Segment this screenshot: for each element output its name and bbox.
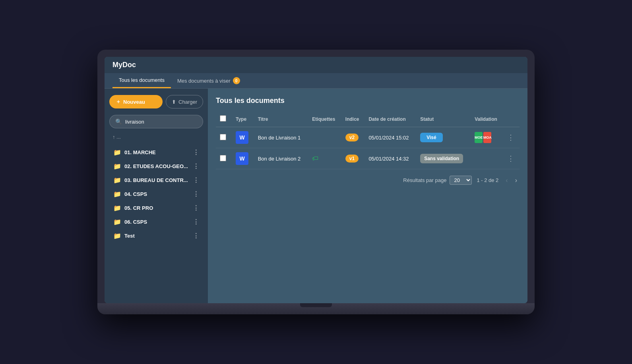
row1-statut: Visé — [416, 127, 471, 148]
row1-checkbox-cell — [216, 127, 232, 148]
doc-panel-title: Tous les documents — [216, 97, 520, 105]
per-page-select[interactable]: 20 10 50 100 — [450, 176, 472, 185]
folder-item-04-csps[interactable]: 📁 04. CSPS ⋮ — [109, 187, 203, 201]
col-statut: Statut — [416, 111, 471, 127]
folder-more-icon[interactable]: ⋮ — [193, 190, 199, 198]
row1-more-button[interactable]: ⋮ — [507, 133, 514, 142]
col-checkbox — [216, 111, 232, 127]
folder-item-05-crpro[interactable]: 📁 05. CR PRO ⋮ — [109, 201, 203, 215]
prev-page-button[interactable]: ‹ — [503, 176, 510, 185]
nav-back[interactable]: ↑ ... — [109, 132, 203, 141]
row2-more[interactable]: ⋮ — [503, 148, 520, 169]
table-row: W Bon de Livraison 2 🏷 v1 — [216, 148, 520, 169]
col-type: Type — [232, 111, 254, 127]
app-title: MyDoc — [112, 61, 136, 69]
tab-my-docs[interactable]: Mes documents à viser 0 — [171, 73, 246, 88]
col-validation: Validation — [471, 111, 503, 127]
folder-more-icon[interactable]: ⋮ — [193, 176, 199, 184]
folder-more-icon[interactable]: ⋮ — [193, 149, 199, 156]
moe-badge: MOE — [475, 132, 483, 143]
col-actions — [503, 111, 520, 127]
upload-icon: ⬆ — [172, 99, 176, 105]
tag-icon: 🏷 — [312, 155, 318, 162]
folder-item-03-bureau[interactable]: 📁 03. BUREAU DE CONTR... ⋮ — [109, 173, 203, 187]
row2-checkbox-cell — [216, 148, 232, 169]
folder-item-02-etudes[interactable]: 📁 02. ETUDES ACOU-GEO... ⋮ — [109, 159, 203, 173]
folder-icon: 📁 — [113, 190, 121, 198]
col-date-creation: Date de création — [364, 111, 416, 127]
row1-etiquettes — [308, 127, 341, 148]
row2-statut: Sans validation — [416, 148, 471, 169]
tab-all-docs[interactable]: Tous les documents — [112, 73, 171, 88]
folder-icon: 📁 — [113, 149, 121, 156]
folder-item-01-marche[interactable]: 📁 01. MARCHE ⋮ — [109, 145, 203, 159]
col-titre: Titre — [254, 111, 308, 127]
folder-icon: 📁 — [113, 176, 121, 184]
pagination-range: 1 - 2 de 2 — [477, 177, 498, 183]
sidebar: ＋ Nouveau ⬆ Charger 🔍 ↑ ... — [105, 89, 208, 303]
charger-button[interactable]: ⬆ Charger — [166, 95, 203, 108]
row1-checkbox[interactable] — [220, 134, 226, 140]
folder-more-icon[interactable]: ⋮ — [193, 218, 199, 226]
folder-item-test[interactable]: 📁 Test ⋮ — [109, 229, 203, 243]
folder-list: 📁 01. MARCHE ⋮ 📁 02. ETUDES ACOU-GEO... … — [109, 145, 203, 243]
row2-more-button[interactable]: ⋮ — [507, 154, 514, 163]
folder-item-06-csps[interactable]: 📁 06. CSPS ⋮ — [109, 215, 203, 229]
search-icon: 🔍 — [115, 118, 122, 125]
search-box[interactable]: 🔍 — [109, 115, 203, 128]
col-indice: Indice — [341, 111, 365, 127]
per-page-selector: Résultats par page 20 10 50 100 — [403, 176, 472, 185]
tab-all-docs-label: Tous les documents — [119, 77, 165, 83]
row2-checkbox[interactable] — [220, 155, 226, 161]
app-header: MyDoc — [105, 57, 527, 73]
row1-type: W — [232, 127, 254, 148]
folder-icon: 📁 — [113, 218, 121, 226]
folder-icon: 📁 — [113, 204, 121, 212]
row1-date: 05/01/2024 15:02 — [364, 127, 416, 148]
plus-icon: ＋ — [116, 98, 121, 105]
sidebar-actions: ＋ Nouveau ⬆ Charger — [109, 95, 203, 108]
moa-badge: MOA — [483, 132, 491, 143]
table-header-row: Type Titre Etiquettes Indice — [216, 111, 520, 127]
doc-panel: Tous les documents Type — [208, 89, 527, 303]
documents-table: Type Titre Etiquettes Indice — [216, 111, 520, 169]
validation-badges-row1: MOE MOA — [475, 132, 499, 143]
select-all-checkbox[interactable] — [220, 115, 226, 122]
pagination-nav: ‹ › — [503, 176, 520, 185]
row1-indice: v2 — [341, 127, 365, 148]
row2-etiquettes: 🏷 — [308, 148, 341, 169]
row2-indice: v1 — [341, 148, 365, 169]
row1-titre[interactable]: Bon de Livraison 1 — [254, 127, 308, 148]
folder-icon: 📁 — [113, 232, 121, 240]
search-input[interactable] — [125, 119, 197, 125]
row2-titre[interactable]: Bon de Livraison 2 — [254, 148, 308, 169]
table-row: W Bon de Livraison 1 v2 05/ — [216, 127, 520, 148]
next-page-button[interactable]: › — [513, 176, 520, 185]
word-icon: W — [236, 131, 248, 144]
row2-type: W — [232, 148, 254, 169]
row2-date: 05/01/2024 14:32 — [364, 148, 416, 169]
folder-more-icon[interactable]: ⋮ — [193, 204, 199, 212]
folder-more-icon[interactable]: ⋮ — [193, 163, 199, 170]
col-etiquettes: Etiquettes — [308, 111, 341, 127]
folder-more-icon[interactable]: ⋮ — [193, 232, 199, 240]
row2-validation — [471, 148, 503, 169]
tab-my-docs-label: Mes documents à viser — [177, 78, 231, 84]
tabs-bar: Tous les documents Mes documents à viser… — [105, 73, 527, 89]
row1-more[interactable]: ⋮ — [503, 127, 520, 148]
nouveau-button[interactable]: ＋ Nouveau — [109, 95, 163, 108]
main-content: ＋ Nouveau ⬆ Charger 🔍 ↑ ... — [105, 89, 527, 303]
pagination: Résultats par page 20 10 50 100 1 - 2 de… — [216, 176, 520, 185]
row1-validation: MOE MOA — [471, 127, 503, 148]
my-docs-badge: 0 — [233, 77, 240, 84]
folder-icon: 📁 — [113, 163, 121, 170]
word-icon: W — [236, 152, 248, 165]
